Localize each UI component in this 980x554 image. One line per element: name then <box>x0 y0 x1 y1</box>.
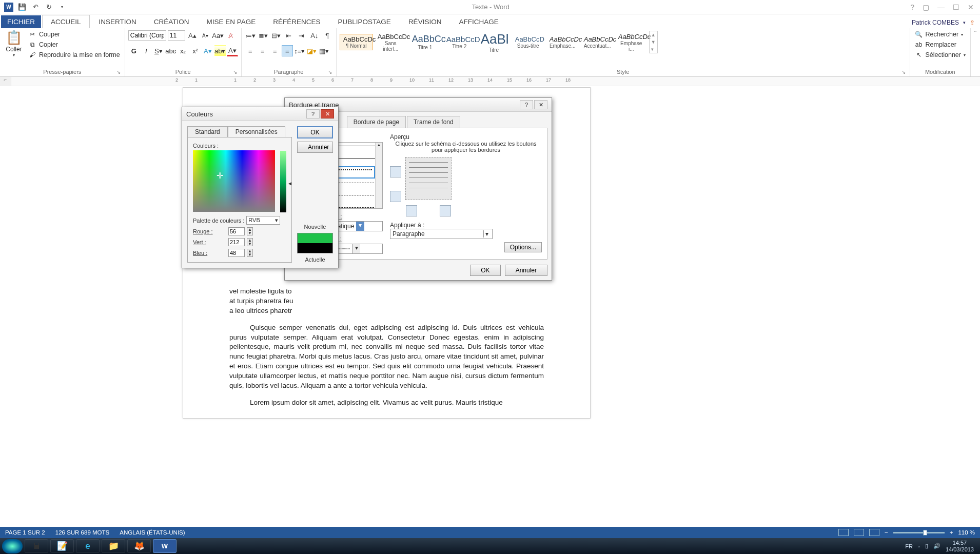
dialog-close-icon[interactable]: ✕ <box>534 100 547 109</box>
strike-icon[interactable]: abc <box>165 45 177 56</box>
status-language[interactable]: ANGLAIS (ÉTATS-UNIS) <box>120 529 185 536</box>
select-button[interactable]: ↖Sélectionner ▾ <box>913 50 968 60</box>
maximize-icon[interactable]: ☐ <box>953 3 959 11</box>
green-input[interactable] <box>228 238 245 246</box>
align-center-icon[interactable]: ≡ <box>257 45 268 56</box>
shading-icon[interactable]: ◪▾ <box>306 45 318 56</box>
preview-top-border-button[interactable] <box>390 166 401 177</box>
borders-tab-page[interactable]: Bordure de page <box>347 116 406 128</box>
italic-icon[interactable]: I <box>141 45 152 56</box>
text-effects-icon[interactable]: A▾ <box>202 45 213 56</box>
justify-icon[interactable]: ≡ <box>282 45 293 56</box>
user-dropdown-icon[interactable]: ▾ <box>963 20 966 25</box>
green-spinner[interactable]: ▲▼ <box>247 238 253 246</box>
tab-home[interactable]: ACCUEIL <box>42 15 90 28</box>
share-icon[interactable]: ⇪ <box>970 19 975 26</box>
borders-options-button[interactable]: Options... <box>504 242 542 252</box>
ribbon-display-icon[interactable]: ▢ <box>923 3 929 11</box>
spectrum-cursor-icon[interactable]: ✛ <box>217 171 223 181</box>
underline-icon[interactable]: S▾ <box>153 45 164 56</box>
zoom-out-icon[interactable]: − <box>885 529 888 536</box>
style-no-spacing[interactable]: AaBbCcDcSans interl... <box>374 31 407 53</box>
decrease-indent-icon[interactable]: ⇤ <box>283 30 295 41</box>
tray-volume-icon[interactable]: 🔊 <box>933 543 940 549</box>
help-icon[interactable]: ? <box>910 3 914 11</box>
line-spacing-icon[interactable]: ↕≡▾ <box>294 45 305 56</box>
tab-layout[interactable]: MISE EN PAGE <box>199 15 264 28</box>
tab-insert[interactable]: INSERTION <box>91 15 145 28</box>
color-ok-button[interactable]: OK <box>297 126 333 138</box>
format-painter-button[interactable]: 🖌Reproduire la mise en forme <box>27 50 122 60</box>
taskbar-explorer[interactable]: 🖥 <box>25 539 48 553</box>
color-cancel-button[interactable]: Annuler <box>297 142 333 153</box>
style-list-scrollbar[interactable]: ▲ <box>375 143 382 208</box>
close-icon[interactable]: ✕ <box>968 3 974 11</box>
horizontal-ruler[interactable]: 21123456789101112131415161718 <box>11 77 980 86</box>
highlight-icon[interactable]: ab▾ <box>214 45 226 56</box>
find-button[interactable]: 🔍Rechercher ▾ <box>913 30 968 39</box>
borders-icon[interactable]: ▦▾ <box>319 45 330 56</box>
status-words[interactable]: 126 SUR 689 MOTS <box>55 529 109 536</box>
tab-mailings[interactable]: PUBLIPOSTAGE <box>330 15 399 28</box>
preview-bottom-border-button[interactable] <box>390 191 401 202</box>
clipboard-launcher-icon[interactable]: ↘ <box>116 69 121 75</box>
grow-font-icon[interactable]: A▴ <box>187 30 198 41</box>
tray-network-icon[interactable]: ▯ <box>925 543 928 549</box>
taskbar-word[interactable]: W <box>153 539 177 553</box>
replace-button[interactable]: abRemplacer <box>913 40 968 49</box>
collapse-ribbon-icon[interactable]: ˆ <box>971 28 980 76</box>
clear-format-icon[interactable]: A̷ <box>225 30 237 41</box>
zoom-slider[interactable] <box>893 532 945 533</box>
view-print-icon[interactable] <box>854 529 864 536</box>
user-name[interactable]: Patrick COMBES <box>912 19 959 26</box>
color-dialog-close-icon[interactable]: ✕ <box>321 109 334 118</box>
style-subtitle[interactable]: AaBbCcDSous-titre <box>512 34 545 50</box>
para-launcher-icon[interactable]: ↘ <box>328 69 332 75</box>
align-left-icon[interactable]: ≡ <box>245 45 256 56</box>
borders-ok-button[interactable]: OK <box>470 265 500 276</box>
cut-button[interactable]: ✂Couper <box>27 30 122 39</box>
color-tab-standard[interactable]: Standard <box>187 126 228 137</box>
multilevel-icon[interactable]: ⊟▾ <box>270 30 282 41</box>
style-emphasis1[interactable]: AaBbCcDcEmphase... <box>546 34 579 50</box>
tray-flag-icon[interactable]: ▫ <box>918 543 920 549</box>
color-model-combo[interactable]: RVB▾ <box>246 216 280 225</box>
style-emphasis2[interactable]: AaBbCcDcEmphase i... <box>615 31 648 53</box>
increase-indent-icon[interactable]: ⇥ <box>296 30 307 41</box>
tab-references[interactable]: RÉFÉRENCES <box>265 15 328 28</box>
undo-icon[interactable]: ↶ <box>31 3 40 12</box>
tab-design[interactable]: CRÉATION <box>146 15 198 28</box>
paste-button[interactable]: 📋 Coller ▾ <box>3 30 25 57</box>
style-more-icon[interactable]: ▾ <box>650 46 657 53</box>
superscript-icon[interactable]: x² <box>190 45 201 56</box>
blue-input[interactable] <box>228 249 245 257</box>
zoom-in-icon[interactable]: + <box>950 529 953 536</box>
luminance-cursor-icon[interactable]: ◄ <box>287 181 292 186</box>
font-name-combo[interactable] <box>128 30 166 41</box>
copy-button[interactable]: ⧉Copier <box>27 40 122 49</box>
luminance-slider[interactable] <box>280 151 286 212</box>
tab-view[interactable]: AFFICHAGE <box>450 15 506 28</box>
align-right-icon[interactable]: ≡ <box>269 45 281 56</box>
redo-icon[interactable]: ↻ <box>44 3 53 12</box>
zoom-level[interactable]: 110 % <box>958 529 975 536</box>
view-web-icon[interactable] <box>869 529 879 536</box>
color-dialog-help-icon[interactable]: ? <box>306 109 320 118</box>
font-color-icon[interactable]: A▾ <box>227 45 238 56</box>
style-normal[interactable]: AaBbCcDc¶ Normal <box>340 34 373 50</box>
bullets-icon[interactable]: ≔▾ <box>245 30 256 41</box>
bold-icon[interactable]: G <box>128 45 140 56</box>
taskbar-firefox[interactable]: 🦊 <box>127 539 151 553</box>
font-size-combo[interactable] <box>168 30 185 41</box>
taskbar-folder[interactable]: 📁 <box>102 539 125 553</box>
style-scroll-down-icon[interactable]: ▼ <box>650 38 657 46</box>
style-gallery[interactable]: AaBbCcDc¶ Normal AaBbCcDcSans interl... … <box>340 30 658 54</box>
status-page[interactable]: PAGE 1 SUR 2 <box>5 529 45 536</box>
tab-file[interactable]: FICHIER <box>1 15 41 28</box>
blue-spinner[interactable]: ▲▼ <box>247 249 253 257</box>
style-heading1[interactable]: AaBbCcTitre 1 <box>408 32 442 52</box>
subscript-icon[interactable]: x₂ <box>178 45 189 56</box>
show-marks-icon[interactable]: ¶ <box>322 30 333 41</box>
borders-tab-shading[interactable]: Trame de fond <box>407 116 460 128</box>
borders-cancel-button[interactable]: Annuler <box>505 265 547 276</box>
